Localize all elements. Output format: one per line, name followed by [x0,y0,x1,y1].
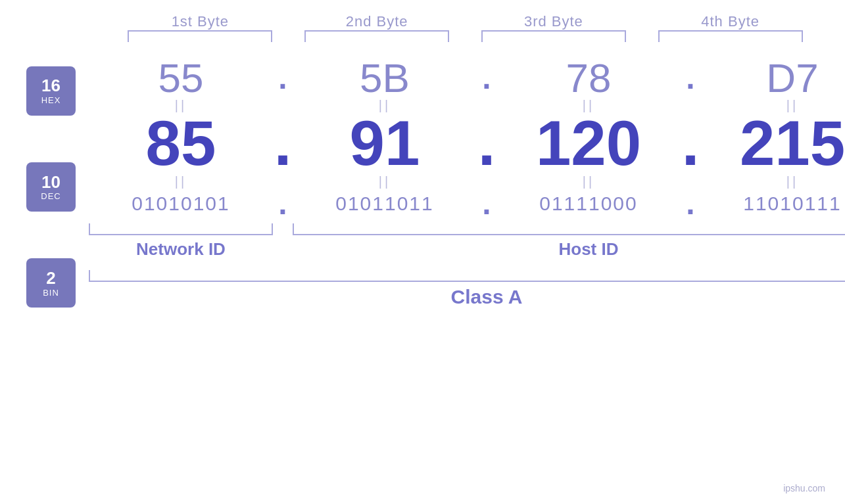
hex-badge: 16 HEX [26,66,76,116]
hex-value-2: 5B [360,55,410,101]
class-bracket [89,270,845,282]
bin-dot-1: . [273,188,293,219]
bracket-top-4 [658,30,803,42]
byte-header-4: 4th Byte [642,13,819,46]
byte-header-3: 3rd Byte [466,13,642,46]
bin-value-1: 01010101 [132,193,229,214]
byte-header-label-3: 3rd Byte [524,13,583,30]
hex-cell-1: 55 [89,58,273,99]
hex-value-1: 55 [158,55,204,101]
byte-headers-row: 1st Byte 2nd Byte 3rd Byte 4th Byte [26,13,819,46]
hex-cell-4: D7 [700,58,845,99]
bin-badge-unit: BIN [43,288,59,298]
network-id-label: Network ID [89,239,273,260]
dec-value-3: 120 [536,108,641,178]
dec-dot-2: . [477,112,496,175]
bin-dot-2: . [477,188,496,219]
bin-row: 01010101 . 01011011 . 01111000 . 1101011… [89,188,845,219]
dec-value-1: 85 [146,108,216,178]
data-columns: 55 . 5B . 78 . D7 || || [89,53,845,308]
byte-header-label-4: 4th Byte [701,13,760,30]
bottom-bracket-row [89,223,845,235]
bin-cell-2: 01011011 [293,193,477,215]
hex-dot-2: . [477,62,496,94]
watermark: ipshu.com [783,483,825,493]
bracket-top-2 [304,30,449,42]
hex-badge-unit: HEX [41,95,61,105]
dec-dot-3: . [681,112,700,175]
class-label: Class A [89,286,845,308]
bin-value-3: 01111000 [539,193,637,214]
bin-cell-4: 11010111 [700,193,845,215]
bin-badge: 2 BIN [26,258,76,308]
bin-cell-1: 01010101 [89,193,273,215]
dec-cell-1: 85 [89,112,273,175]
bin-value-4: 11010111 [743,193,841,214]
network-bracket [89,223,273,235]
bin-value-2: 01011011 [335,193,433,214]
hex-cell-2: 5B [293,58,477,99]
label-gap [273,239,293,260]
bin-badge-number: 2 [46,269,55,288]
dec-value-4: 215 [740,108,845,178]
bin-dot-3: . [681,188,700,219]
dec-value-2: 91 [350,108,420,178]
dec-cell-2: 91 [293,112,477,175]
class-label-row: Class A [89,286,845,308]
host-bracket [293,223,845,235]
byte-header-label-2: 2nd Byte [346,13,408,30]
class-bracket-row [89,270,845,282]
byte-header-label-1: 1st Byte [172,13,229,30]
dec-row: 85 . 91 . 120 . 215 [89,112,845,175]
main-container: 1st Byte 2nd Byte 3rd Byte 4th Byte 16 H… [0,0,845,504]
byte-header-1: 1st Byte [112,13,289,46]
dec-dot-1: . [273,112,293,175]
rows-wrapper: 16 HEX 10 DEC 2 BIN 55 . 5B [26,53,819,308]
hex-value-3: 78 [566,55,612,101]
host-id-label: Host ID [293,239,845,260]
badge-column: 16 HEX 10 DEC 2 BIN [26,53,89,308]
bin-cell-3: 01111000 [496,193,681,215]
hex-row: 55 . 5B . 78 . D7 [89,58,845,99]
hex-dot-3: . [681,62,700,94]
dec-cell-4: 215 [700,112,845,175]
hex-cell-3: 78 [496,58,681,99]
hex-badge-number: 16 [41,76,60,95]
dec-badge-number: 10 [41,173,60,192]
dec-badge-unit: DEC [41,191,60,201]
bracket-top-1 [128,30,272,42]
byte-header-2: 2nd Byte [289,13,466,46]
hex-value-4: D7 [766,55,818,101]
hex-dot-1: . [273,62,293,94]
id-label-row: Network ID Host ID [89,239,845,260]
dec-badge: 10 DEC [26,162,76,212]
dec-cell-3: 120 [496,112,681,175]
bracket-top-3 [481,30,626,42]
